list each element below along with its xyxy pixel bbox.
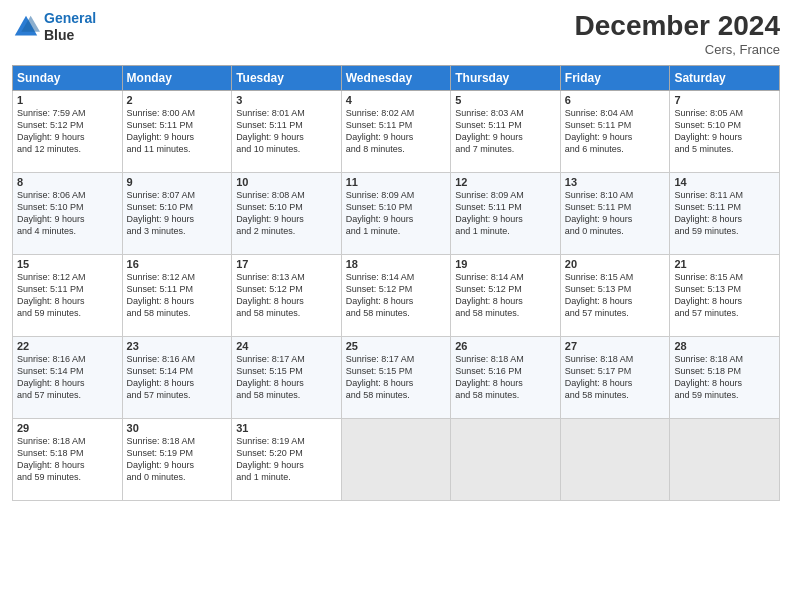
day-number: 11 <box>346 176 447 188</box>
calendar-week-3: 15Sunrise: 8:12 AMSunset: 5:11 PMDayligh… <box>13 255 780 337</box>
day-number: 5 <box>455 94 556 106</box>
day-info: Sunrise: 8:12 AMSunset: 5:11 PMDaylight:… <box>127 271 228 320</box>
day-info: Sunrise: 8:14 AMSunset: 5:12 PMDaylight:… <box>346 271 447 320</box>
day-number: 8 <box>17 176 118 188</box>
calendar-cell: 21Sunrise: 8:15 AMSunset: 5:13 PMDayligh… <box>670 255 780 337</box>
calendar-cell: 29Sunrise: 8:18 AMSunset: 5:18 PMDayligh… <box>13 419 123 501</box>
day-number: 22 <box>17 340 118 352</box>
day-number: 4 <box>346 94 447 106</box>
day-number: 12 <box>455 176 556 188</box>
day-number: 7 <box>674 94 775 106</box>
weekday-header-sunday: Sunday <box>13 66 123 91</box>
day-number: 23 <box>127 340 228 352</box>
day-number: 2 <box>127 94 228 106</box>
page-header: General Blue December 2024 Cers, France <box>12 10 780 57</box>
day-info: Sunrise: 8:09 AMSunset: 5:10 PMDaylight:… <box>346 189 447 238</box>
calendar-cell: 3Sunrise: 8:01 AMSunset: 5:11 PMDaylight… <box>232 91 342 173</box>
day-number: 29 <box>17 422 118 434</box>
day-info: Sunrise: 8:18 AMSunset: 5:16 PMDaylight:… <box>455 353 556 402</box>
calendar-header-row: SundayMondayTuesdayWednesdayThursdayFrid… <box>13 66 780 91</box>
day-number: 6 <box>565 94 666 106</box>
logo: General Blue <box>12 10 96 44</box>
day-info: Sunrise: 8:04 AMSunset: 5:11 PMDaylight:… <box>565 107 666 156</box>
day-number: 26 <box>455 340 556 352</box>
calendar-cell: 16Sunrise: 8:12 AMSunset: 5:11 PMDayligh… <box>122 255 232 337</box>
day-info: Sunrise: 7:59 AMSunset: 5:12 PMDaylight:… <box>17 107 118 156</box>
day-info: Sunrise: 8:18 AMSunset: 5:18 PMDaylight:… <box>674 353 775 402</box>
day-info: Sunrise: 8:16 AMSunset: 5:14 PMDaylight:… <box>17 353 118 402</box>
calendar-cell: 26Sunrise: 8:18 AMSunset: 5:16 PMDayligh… <box>451 337 561 419</box>
calendar-cell: 22Sunrise: 8:16 AMSunset: 5:14 PMDayligh… <box>13 337 123 419</box>
day-number: 31 <box>236 422 337 434</box>
day-info: Sunrise: 8:16 AMSunset: 5:14 PMDaylight:… <box>127 353 228 402</box>
calendar-week-5: 29Sunrise: 8:18 AMSunset: 5:18 PMDayligh… <box>13 419 780 501</box>
day-info: Sunrise: 8:18 AMSunset: 5:17 PMDaylight:… <box>565 353 666 402</box>
calendar-week-4: 22Sunrise: 8:16 AMSunset: 5:14 PMDayligh… <box>13 337 780 419</box>
day-info: Sunrise: 8:13 AMSunset: 5:12 PMDaylight:… <box>236 271 337 320</box>
calendar-cell: 9Sunrise: 8:07 AMSunset: 5:10 PMDaylight… <box>122 173 232 255</box>
day-number: 18 <box>346 258 447 270</box>
calendar-cell <box>670 419 780 501</box>
calendar-cell: 12Sunrise: 8:09 AMSunset: 5:11 PMDayligh… <box>451 173 561 255</box>
weekday-header-saturday: Saturday <box>670 66 780 91</box>
day-number: 24 <box>236 340 337 352</box>
weekday-header-friday: Friday <box>560 66 670 91</box>
calendar-cell: 5Sunrise: 8:03 AMSunset: 5:11 PMDaylight… <box>451 91 561 173</box>
calendar-cell: 14Sunrise: 8:11 AMSunset: 5:11 PMDayligh… <box>670 173 780 255</box>
day-info: Sunrise: 8:07 AMSunset: 5:10 PMDaylight:… <box>127 189 228 238</box>
calendar-cell: 20Sunrise: 8:15 AMSunset: 5:13 PMDayligh… <box>560 255 670 337</box>
calendar-cell: 4Sunrise: 8:02 AMSunset: 5:11 PMDaylight… <box>341 91 451 173</box>
calendar-cell: 8Sunrise: 8:06 AMSunset: 5:10 PMDaylight… <box>13 173 123 255</box>
calendar-cell: 1Sunrise: 7:59 AMSunset: 5:12 PMDaylight… <box>13 91 123 173</box>
weekday-header-monday: Monday <box>122 66 232 91</box>
calendar-cell: 27Sunrise: 8:18 AMSunset: 5:17 PMDayligh… <box>560 337 670 419</box>
day-number: 1 <box>17 94 118 106</box>
day-info: Sunrise: 8:00 AMSunset: 5:11 PMDaylight:… <box>127 107 228 156</box>
day-info: Sunrise: 8:09 AMSunset: 5:11 PMDaylight:… <box>455 189 556 238</box>
weekday-header-thursday: Thursday <box>451 66 561 91</box>
day-number: 15 <box>17 258 118 270</box>
weekday-header-wednesday: Wednesday <box>341 66 451 91</box>
day-info: Sunrise: 8:12 AMSunset: 5:11 PMDaylight:… <box>17 271 118 320</box>
calendar-week-2: 8Sunrise: 8:06 AMSunset: 5:10 PMDaylight… <box>13 173 780 255</box>
day-number: 10 <box>236 176 337 188</box>
day-number: 25 <box>346 340 447 352</box>
calendar-cell: 23Sunrise: 8:16 AMSunset: 5:14 PMDayligh… <box>122 337 232 419</box>
day-info: Sunrise: 8:15 AMSunset: 5:13 PMDaylight:… <box>674 271 775 320</box>
calendar-cell: 18Sunrise: 8:14 AMSunset: 5:12 PMDayligh… <box>341 255 451 337</box>
day-info: Sunrise: 8:01 AMSunset: 5:11 PMDaylight:… <box>236 107 337 156</box>
day-info: Sunrise: 8:08 AMSunset: 5:10 PMDaylight:… <box>236 189 337 238</box>
calendar-cell: 13Sunrise: 8:10 AMSunset: 5:11 PMDayligh… <box>560 173 670 255</box>
day-info: Sunrise: 8:10 AMSunset: 5:11 PMDaylight:… <box>565 189 666 238</box>
day-info: Sunrise: 8:03 AMSunset: 5:11 PMDaylight:… <box>455 107 556 156</box>
day-number: 13 <box>565 176 666 188</box>
day-info: Sunrise: 8:05 AMSunset: 5:10 PMDaylight:… <box>674 107 775 156</box>
day-number: 30 <box>127 422 228 434</box>
day-info: Sunrise: 8:18 AMSunset: 5:18 PMDaylight:… <box>17 435 118 484</box>
location: Cers, France <box>575 42 780 57</box>
calendar-cell <box>560 419 670 501</box>
calendar-week-1: 1Sunrise: 7:59 AMSunset: 5:12 PMDaylight… <box>13 91 780 173</box>
calendar-cell: 30Sunrise: 8:18 AMSunset: 5:19 PMDayligh… <box>122 419 232 501</box>
calendar-cell: 19Sunrise: 8:14 AMSunset: 5:12 PMDayligh… <box>451 255 561 337</box>
day-number: 28 <box>674 340 775 352</box>
title-block: December 2024 Cers, France <box>575 10 780 57</box>
day-info: Sunrise: 8:17 AMSunset: 5:15 PMDaylight:… <box>236 353 337 402</box>
calendar-cell: 10Sunrise: 8:08 AMSunset: 5:10 PMDayligh… <box>232 173 342 255</box>
calendar-cell: 31Sunrise: 8:19 AMSunset: 5:20 PMDayligh… <box>232 419 342 501</box>
day-number: 27 <box>565 340 666 352</box>
day-info: Sunrise: 8:19 AMSunset: 5:20 PMDaylight:… <box>236 435 337 484</box>
calendar-cell: 28Sunrise: 8:18 AMSunset: 5:18 PMDayligh… <box>670 337 780 419</box>
logo-text: General Blue <box>44 10 96 44</box>
month-title: December 2024 <box>575 10 780 42</box>
calendar-cell: 24Sunrise: 8:17 AMSunset: 5:15 PMDayligh… <box>232 337 342 419</box>
calendar-cell <box>341 419 451 501</box>
day-info: Sunrise: 8:06 AMSunset: 5:10 PMDaylight:… <box>17 189 118 238</box>
logo-icon <box>12 13 40 41</box>
weekday-header-tuesday: Tuesday <box>232 66 342 91</box>
page-container: General Blue December 2024 Cers, France … <box>0 0 792 509</box>
day-number: 3 <box>236 94 337 106</box>
day-number: 14 <box>674 176 775 188</box>
day-info: Sunrise: 8:11 AMSunset: 5:11 PMDaylight:… <box>674 189 775 238</box>
day-info: Sunrise: 8:02 AMSunset: 5:11 PMDaylight:… <box>346 107 447 156</box>
